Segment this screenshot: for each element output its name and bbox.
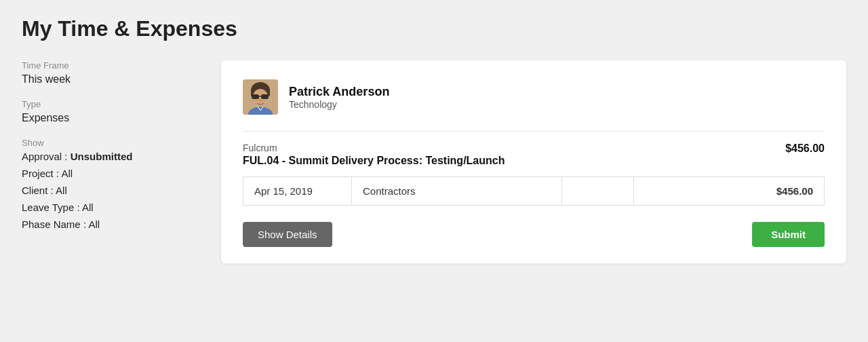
sidebar-timeframe-section: Time Frame This week xyxy=(22,60,205,86)
approval-filter-value: Unsubmitted xyxy=(71,151,133,162)
expense-amount: $456.00 xyxy=(634,177,825,206)
phase-name-filter-label: Phase Name xyxy=(22,218,81,230)
client-filter: Client : All xyxy=(22,185,205,196)
type-label: Type xyxy=(22,99,205,109)
user-header: Patrick Anderson Technology xyxy=(243,79,825,115)
page-title: My Time & Expenses xyxy=(22,16,846,41)
expense-row: Apr 15, 2019 Contractors $456.00 xyxy=(243,177,825,206)
expense-card: Patrick Anderson Technology Fulcrum FUL.… xyxy=(221,60,846,263)
sidebar-show-section: Show Approval : Unsubmitted Project : Al… xyxy=(22,138,205,230)
approval-filter: Approval : Unsubmitted xyxy=(22,151,205,162)
user-info: Patrick Anderson Technology xyxy=(289,85,389,110)
actions-row: Show Details Submit xyxy=(243,222,825,247)
expense-table: Apr 15, 2019 Contractors $456.00 xyxy=(243,176,825,206)
layout: Time Frame This week Type Expenses Show … xyxy=(22,60,846,263)
svg-rect-4 xyxy=(252,94,259,99)
main-content: Patrick Anderson Technology Fulcrum FUL.… xyxy=(221,60,846,263)
project-section: Fulcrum FUL.04 - Summit Delivery Process… xyxy=(243,131,825,247)
project-filter-label: Project xyxy=(22,168,54,179)
expense-date: Apr 15, 2019 xyxy=(243,177,352,206)
project-filter: Project : All xyxy=(22,168,205,179)
approval-filter-label: Approval xyxy=(22,151,62,162)
user-department: Technology xyxy=(289,99,389,110)
expense-category: Contractors xyxy=(352,177,562,206)
user-name: Patrick Anderson xyxy=(289,85,389,99)
leave-type-filter: Leave Type : All xyxy=(22,202,205,213)
show-details-button[interactable]: Show Details xyxy=(243,222,332,247)
leave-type-filter-label: Leave Type xyxy=(22,202,74,213)
sidebar-type-section: Type Expenses xyxy=(22,99,205,124)
project-info: Fulcrum FUL.04 - Summit Delivery Process… xyxy=(243,142,505,167)
phase-name-filter: Phase Name : All xyxy=(22,218,205,230)
submit-button[interactable]: Submit xyxy=(752,222,825,247)
client-filter-label: Client xyxy=(22,185,47,196)
leave-type-filter-value: All xyxy=(82,202,94,213)
avatar xyxy=(243,79,278,115)
timeframe-value: This week xyxy=(22,73,205,86)
svg-point-9 xyxy=(259,100,262,102)
svg-rect-5 xyxy=(261,94,269,99)
show-label: Show xyxy=(22,138,205,148)
client-filter-value: All xyxy=(56,185,67,196)
expense-notes xyxy=(562,177,634,206)
page-wrapper: My Time & Expenses Time Frame This week … xyxy=(0,0,868,280)
phase-name-filter-value: All xyxy=(88,218,100,230)
project-name: FUL.04 - Summit Delivery Process: Testin… xyxy=(243,155,505,167)
timeframe-label: Time Frame xyxy=(22,60,205,71)
project-filter-value: All xyxy=(61,168,73,179)
sidebar: Time Frame This week Type Expenses Show … xyxy=(22,60,205,263)
type-value: Expenses xyxy=(22,112,205,124)
project-total: $456.00 xyxy=(785,142,825,155)
project-client: Fulcrum xyxy=(243,142,505,153)
project-header: Fulcrum FUL.04 - Summit Delivery Process… xyxy=(243,142,825,167)
